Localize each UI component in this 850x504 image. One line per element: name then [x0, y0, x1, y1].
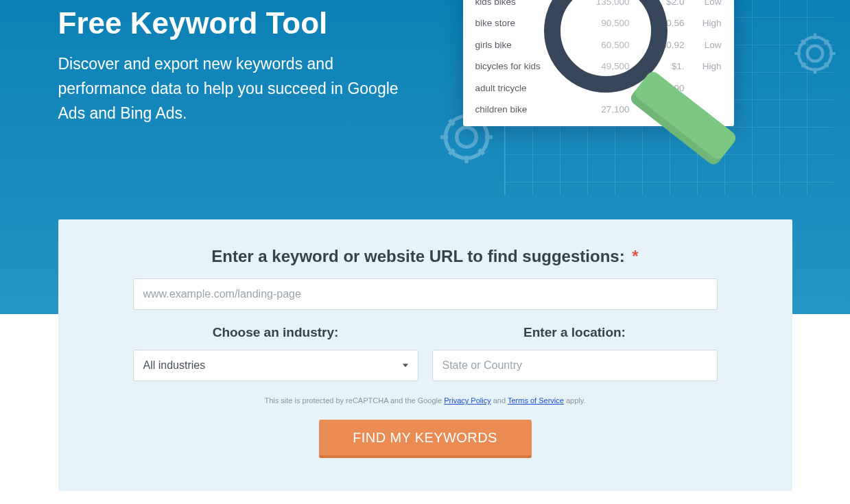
- sample-volume: 135,000: [578, 0, 630, 7]
- page-title: Free Keyword Tool: [58, 7, 415, 40]
- page-description: Discover and export new keywords and per…: [58, 52, 415, 125]
- recaptcha-suffix: apply.: [564, 396, 586, 405]
- table-row: children bike 27,100 $2.58: [475, 99, 722, 121]
- sample-keyword: adult tricycle: [475, 83, 578, 93]
- svg-point-1: [799, 37, 831, 70]
- sample-keyword: bike store: [475, 18, 578, 28]
- required-indicator: *: [632, 247, 638, 265]
- find-keywords-button[interactable]: FIND MY KEYWORDS: [319, 420, 532, 458]
- sample-comp: Low: [685, 0, 722, 7]
- table-row: girls bike 60,500 $0.92 Low: [475, 34, 722, 56]
- svg-point-0: [807, 46, 822, 61]
- sample-cpc: $1.: [637, 61, 685, 71]
- sample-volume: 60,500: [578, 40, 630, 50]
- search-form-card: Enter a keyword or website URL to find s…: [58, 219, 792, 491]
- industry-select[interactable]: All industries: [133, 350, 418, 381]
- recaptcha-prefix: This site is protected by reCAPTCHA and …: [265, 396, 445, 405]
- gear-icon: [791, 29, 839, 77]
- table-row: bike store 90,500 $0.56 High: [475, 12, 722, 34]
- form-prompt-text: Enter a keyword or website URL to find s…: [211, 247, 624, 265]
- chevron-down-icon: [403, 364, 408, 368]
- sample-keyword: children bike: [475, 104, 578, 115]
- table-row: adult tricycle .90: [475, 77, 722, 99]
- sample-keyword: bicycles for kids: [475, 61, 578, 71]
- hero-illustration: bike race Low kids bikes 135,000 $2.0 Lo…: [463, 0, 813, 189]
- table-row: kids bikes 135,000 $2.0 Low: [475, 0, 722, 12]
- svg-point-2: [456, 128, 476, 147]
- sample-cpc: .90: [637, 83, 685, 93]
- sample-comp: High: [685, 61, 722, 71]
- sample-cpc: $0.92: [637, 40, 685, 50]
- sample-volume: 90,500: [578, 18, 630, 28]
- sample-comp: High: [685, 18, 722, 28]
- recaptcha-and: and: [491, 396, 508, 405]
- sample-cpc: $0.56: [637, 18, 685, 28]
- keyword-url-input[interactable]: [133, 278, 718, 310]
- form-prompt: Enter a keyword or website URL to find s…: [113, 247, 737, 266]
- sample-cpc: $2.58: [637, 104, 685, 115]
- sample-cpc: $2.0: [637, 0, 685, 7]
- location-input[interactable]: [432, 350, 718, 381]
- keyword-sample-card: bike race Low kids bikes 135,000 $2.0 Lo…: [463, 0, 734, 126]
- industry-label: Choose an industry:: [133, 325, 418, 340]
- sample-comp: Low: [685, 40, 722, 50]
- table-row: bicycles for kids 49,500 $1. High: [475, 56, 722, 77]
- sample-keyword: kids bikes: [475, 0, 578, 7]
- terms-of-service-link[interactable]: Terms of Service: [508, 396, 564, 405]
- location-label: Enter a location:: [432, 325, 718, 340]
- sample-volume: 49,500: [578, 61, 630, 71]
- industry-selected-value: All industries: [143, 359, 206, 372]
- recaptcha-notice: This site is protected by reCAPTCHA and …: [113, 396, 737, 405]
- sample-keyword: girls bike: [475, 40, 578, 50]
- privacy-policy-link[interactable]: Privacy Policy: [444, 396, 491, 405]
- sample-volume: 27,100: [578, 104, 630, 115]
